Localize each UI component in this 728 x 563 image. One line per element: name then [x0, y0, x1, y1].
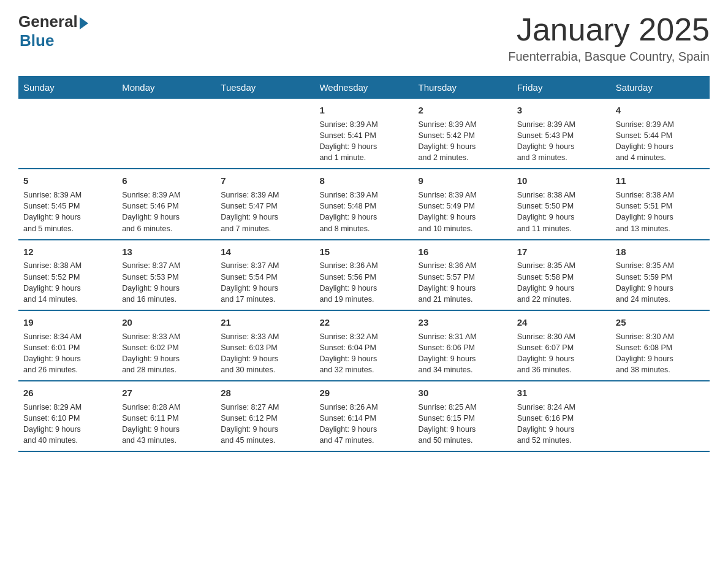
day-number: 7 [221, 174, 309, 188]
calendar-cell [18, 99, 117, 169]
calendar-cell: 31Sunrise: 8:24 AM Sunset: 6:16 PM Dayli… [512, 381, 611, 451]
day-number: 22 [319, 316, 408, 329]
day-info: Sunrise: 8:39 AM Sunset: 5:43 PM Dayligh… [517, 119, 606, 164]
calendar-cell: 19Sunrise: 8:34 AM Sunset: 6:01 PM Dayli… [18, 310, 117, 381]
header-wednesday: Wednesday [314, 76, 413, 99]
day-number: 23 [419, 316, 507, 329]
calendar-cell: 10Sunrise: 8:38 AM Sunset: 5:50 PM Dayli… [512, 169, 611, 239]
day-number: 15 [319, 245, 408, 259]
day-number: 8 [319, 174, 408, 188]
day-info: Sunrise: 8:39 AM Sunset: 5:41 PM Dayligh… [319, 119, 408, 164]
calendar-cell: 14Sunrise: 8:37 AM Sunset: 5:54 PM Dayli… [216, 240, 314, 310]
day-number: 13 [122, 245, 211, 259]
calendar-cell: 16Sunrise: 8:36 AM Sunset: 5:57 PM Dayli… [414, 240, 512, 310]
calendar-cell: 9Sunrise: 8:39 AM Sunset: 5:49 PM Daylig… [414, 169, 512, 239]
week-row-1: 5Sunrise: 8:39 AM Sunset: 5:45 PM Daylig… [18, 169, 710, 239]
calendar-cell: 26Sunrise: 8:29 AM Sunset: 6:10 PM Dayli… [18, 381, 117, 451]
day-info: Sunrise: 8:35 AM Sunset: 5:58 PM Dayligh… [517, 260, 606, 305]
day-info: Sunrise: 8:25 AM Sunset: 6:15 PM Dayligh… [419, 402, 507, 446]
calendar-cell: 7Sunrise: 8:39 AM Sunset: 5:47 PM Daylig… [216, 169, 314, 239]
day-number: 30 [419, 386, 507, 400]
calendar-cell [216, 99, 314, 169]
day-info: Sunrise: 8:24 AM Sunset: 6:16 PM Dayligh… [517, 402, 606, 446]
calendar-cell: 6Sunrise: 8:39 AM Sunset: 5:46 PM Daylig… [117, 169, 216, 239]
day-info: Sunrise: 8:32 AM Sunset: 6:04 PM Dayligh… [319, 331, 408, 376]
day-number: 3 [517, 104, 606, 117]
day-info: Sunrise: 8:39 AM Sunset: 5:48 PM Dayligh… [319, 190, 408, 234]
calendar-table: SundayMondayTuesdayWednesdayThursdayFrid… [18, 76, 710, 452]
logo-arrow-icon [80, 17, 88, 29]
day-info: Sunrise: 8:35 AM Sunset: 5:59 PM Dayligh… [616, 260, 705, 305]
day-info: Sunrise: 8:36 AM Sunset: 5:56 PM Dayligh… [319, 260, 408, 305]
calendar-cell [117, 99, 216, 169]
week-row-4: 26Sunrise: 8:29 AM Sunset: 6:10 PM Dayli… [18, 381, 710, 451]
calendar-cell: 25Sunrise: 8:30 AM Sunset: 6:08 PM Dayli… [611, 310, 710, 381]
header-row: SundayMondayTuesdayWednesdayThursdayFrid… [18, 76, 710, 99]
day-info: Sunrise: 8:28 AM Sunset: 6:11 PM Dayligh… [122, 402, 211, 446]
day-number: 28 [221, 386, 309, 400]
calendar-cell: 21Sunrise: 8:33 AM Sunset: 6:03 PM Dayli… [216, 310, 314, 381]
day-info: Sunrise: 8:39 AM Sunset: 5:44 PM Dayligh… [616, 119, 705, 164]
calendar-cell: 5Sunrise: 8:39 AM Sunset: 5:45 PM Daylig… [18, 169, 117, 239]
logo-general-text: General [18, 12, 78, 31]
day-info: Sunrise: 8:29 AM Sunset: 6:10 PM Dayligh… [23, 402, 112, 446]
day-number: 16 [419, 245, 507, 259]
header-monday: Monday [117, 76, 216, 99]
day-info: Sunrise: 8:38 AM Sunset: 5:51 PM Dayligh… [616, 190, 705, 234]
week-row-0: 1Sunrise: 8:39 AM Sunset: 5:41 PM Daylig… [18, 99, 710, 169]
day-number: 9 [419, 174, 507, 188]
day-info: Sunrise: 8:33 AM Sunset: 6:02 PM Dayligh… [122, 331, 211, 376]
calendar-cell: 8Sunrise: 8:39 AM Sunset: 5:48 PM Daylig… [314, 169, 413, 239]
day-number: 2 [419, 104, 507, 117]
day-number: 5 [23, 174, 112, 188]
calendar-cell: 2Sunrise: 8:39 AM Sunset: 5:42 PM Daylig… [414, 99, 512, 169]
day-info: Sunrise: 8:30 AM Sunset: 6:08 PM Dayligh… [616, 331, 705, 376]
calendar-cell: 15Sunrise: 8:36 AM Sunset: 5:56 PM Dayli… [314, 240, 413, 310]
calendar-cell [611, 381, 710, 451]
day-number: 21 [221, 316, 309, 329]
calendar-cell: 29Sunrise: 8:26 AM Sunset: 6:14 PM Dayli… [314, 381, 413, 451]
header-tuesday: Tuesday [216, 76, 314, 99]
week-row-3: 19Sunrise: 8:34 AM Sunset: 6:01 PM Dayli… [18, 310, 710, 381]
day-info: Sunrise: 8:31 AM Sunset: 6:06 PM Dayligh… [419, 331, 507, 376]
calendar-header: SundayMondayTuesdayWednesdayThursdayFrid… [18, 76, 710, 99]
header-thursday: Thursday [414, 76, 512, 99]
day-info: Sunrise: 8:37 AM Sunset: 5:54 PM Dayligh… [221, 260, 309, 305]
day-number: 10 [517, 174, 606, 188]
day-number: 4 [616, 104, 705, 117]
calendar-cell: 4Sunrise: 8:39 AM Sunset: 5:44 PM Daylig… [611, 99, 710, 169]
calendar-cell: 23Sunrise: 8:31 AM Sunset: 6:06 PM Dayli… [414, 310, 512, 381]
day-info: Sunrise: 8:30 AM Sunset: 6:07 PM Dayligh… [517, 331, 606, 376]
calendar-cell: 1Sunrise: 8:39 AM Sunset: 5:41 PM Daylig… [314, 99, 413, 169]
calendar-cell: 18Sunrise: 8:35 AM Sunset: 5:59 PM Dayli… [611, 240, 710, 310]
day-number: 24 [517, 316, 606, 329]
page-subtitle: Fuenterrabia, Basque Country, Spain [508, 50, 710, 64]
day-info: Sunrise: 8:37 AM Sunset: 5:53 PM Dayligh… [122, 260, 211, 305]
logo-blue-text: Blue [20, 31, 54, 50]
day-number: 19 [23, 316, 112, 329]
day-info: Sunrise: 8:39 AM Sunset: 5:45 PM Dayligh… [23, 190, 112, 234]
calendar-cell: 22Sunrise: 8:32 AM Sunset: 6:04 PM Dayli… [314, 310, 413, 381]
day-number: 31 [517, 386, 606, 400]
calendar-cell: 27Sunrise: 8:28 AM Sunset: 6:11 PM Dayli… [117, 381, 216, 451]
header-friday: Friday [512, 76, 611, 99]
day-number: 29 [319, 386, 408, 400]
page-title: January 2025 [508, 12, 710, 47]
calendar-cell: 3Sunrise: 8:39 AM Sunset: 5:43 PM Daylig… [512, 99, 611, 169]
day-number: 1 [319, 104, 408, 117]
calendar-cell: 17Sunrise: 8:35 AM Sunset: 5:58 PM Dayli… [512, 240, 611, 310]
calendar-cell: 28Sunrise: 8:27 AM Sunset: 6:12 PM Dayli… [216, 381, 314, 451]
day-info: Sunrise: 8:38 AM Sunset: 5:50 PM Dayligh… [517, 190, 606, 234]
header-saturday: Saturday [611, 76, 710, 99]
day-number: 17 [517, 245, 606, 259]
day-info: Sunrise: 8:27 AM Sunset: 6:12 PM Dayligh… [221, 402, 309, 446]
calendar-cell: 24Sunrise: 8:30 AM Sunset: 6:07 PM Dayli… [512, 310, 611, 381]
logo: General Blue [18, 12, 88, 50]
day-info: Sunrise: 8:36 AM Sunset: 5:57 PM Dayligh… [419, 260, 507, 305]
day-info: Sunrise: 8:33 AM Sunset: 6:03 PM Dayligh… [221, 331, 309, 376]
day-info: Sunrise: 8:38 AM Sunset: 5:52 PM Dayligh… [23, 260, 112, 305]
calendar-cell: 12Sunrise: 8:38 AM Sunset: 5:52 PM Dayli… [18, 240, 117, 310]
day-number: 11 [616, 174, 705, 188]
day-number: 20 [122, 316, 211, 329]
page-header: General Blue January 2025 Fuenterrabia, … [18, 12, 710, 64]
